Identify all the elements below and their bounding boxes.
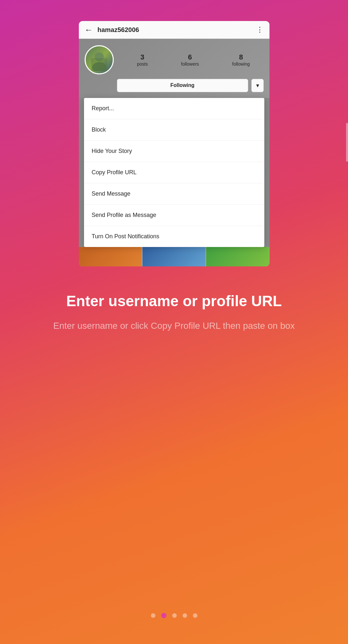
lower-section: Enter username or profile URL Enter user… [0,266,348,644]
followers-count: 6 [188,53,192,61]
following-button[interactable]: Following [117,79,248,92]
following-count: 8 [239,53,243,61]
context-menu: Report... Block Hide Your Story Copy Pro… [84,98,264,247]
post-thumb-1 [79,247,142,266]
posts-label: posts [137,61,148,67]
following-row: Following ▾ [117,79,264,92]
more-options-button[interactable]: ⋮ [256,26,264,34]
avatar [85,45,114,74]
followers-stat: 6 followers [181,53,199,67]
posts-stat: 3 posts [137,53,148,67]
following-stat: 8 following [232,53,250,67]
following-label: following [232,61,250,67]
followers-label: followers [181,61,199,67]
dot-1[interactable] [151,613,155,618]
scrollbar-hint [346,123,348,162]
stats-row: 3 posts 6 followers 8 following [123,53,264,67]
page-container: ← hamaz562006 ⋮ 3 post [0,0,348,644]
phone-mockup: ← hamaz562006 ⋮ 3 post [79,21,269,266]
menu-item-send-profile[interactable]: Send Profile as Message [84,205,264,226]
dot-3[interactable] [172,613,177,618]
menu-item-copy-url[interactable]: Copy Profile URL [84,162,264,183]
menu-item-report[interactable]: Report... [84,98,264,119]
instruction-title: Enter username or profile URL [66,292,282,310]
menu-item-notifications[interactable]: Turn On Post Notifications [84,226,264,247]
profile-section: 3 posts 6 followers 8 following Followin… [79,39,269,98]
profile-row: 3 posts 6 followers 8 following [85,45,264,74]
svg-rect-2 [91,58,107,71]
menu-item-block[interactable]: Block [84,119,264,141]
menu-item-send-message[interactable]: Send Message [84,183,264,205]
dot-5[interactable] [193,613,197,618]
ig-header: ← hamaz562006 ⋮ [79,21,269,39]
dot-2[interactable] [161,613,166,618]
dot-4[interactable] [183,613,187,618]
menu-item-hide-story[interactable]: Hide Your Story [84,141,264,162]
dropdown-button[interactable]: ▾ [251,79,264,92]
back-button[interactable]: ← [85,26,93,34]
profile-username: hamaz562006 [98,26,256,34]
instruction-subtitle: Enter username or click Copy Profile URL… [53,319,295,333]
post-thumb-2 [142,247,206,266]
posts-count: 3 [141,53,144,61]
pagination-dots [151,613,197,618]
posts-grid [79,247,269,266]
post-thumb-3 [206,247,269,266]
